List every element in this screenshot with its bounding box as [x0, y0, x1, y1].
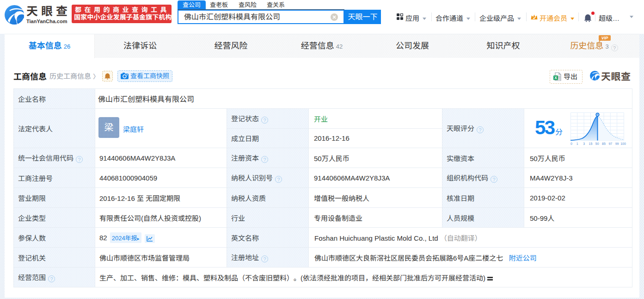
svg-text:99: 99: [615, 142, 619, 145]
svg-text:50: 50: [595, 142, 599, 145]
svg-text:15: 15: [589, 142, 593, 145]
svg-text:X: X: [554, 75, 557, 80]
svg-text:85: 85: [602, 142, 606, 145]
svg-text:97: 97: [608, 142, 612, 145]
svg-text:0: 0: [570, 142, 572, 145]
svg-text:1: 1: [577, 142, 578, 145]
svg-text:3: 3: [583, 142, 585, 145]
svg-text:100: 100: [620, 142, 626, 145]
